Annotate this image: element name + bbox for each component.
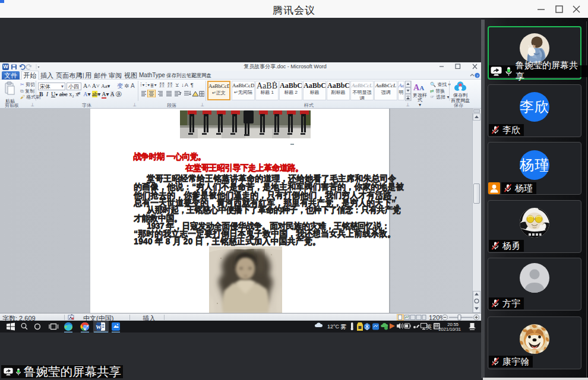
svg-text:W: W bbox=[96, 324, 102, 330]
svg-text:12°C: 12°C bbox=[327, 324, 340, 330]
svg-text:?: ? bbox=[476, 74, 478, 78]
svg-text:A: A bbox=[131, 83, 135, 89]
svg-text:雾: 雾 bbox=[340, 324, 346, 330]
svg-text:✲: ✲ bbox=[124, 83, 129, 89]
svg-text:2021/10/31: 2021/10/31 bbox=[438, 327, 461, 332]
svg-text:英: 英 bbox=[426, 324, 432, 330]
svg-text:变: 变 bbox=[117, 83, 123, 89]
